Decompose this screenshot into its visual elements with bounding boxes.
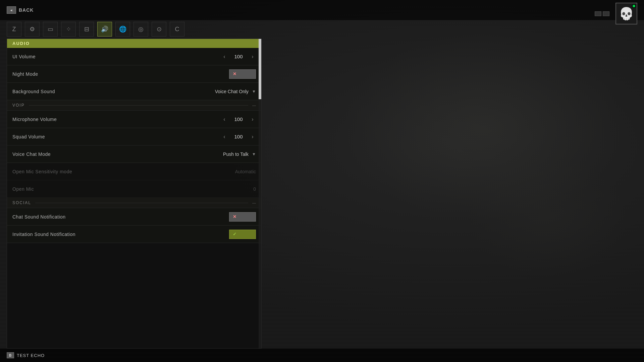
chat-toggle-x-icon: ✕ [233,214,236,219]
grid-icon: ⁘ [66,25,71,33]
top-bar: ◄ BACK [0,0,644,20]
squad-vol-value: 100 [232,134,245,139]
mic-vol-left-arrow[interactable]: ‹ [221,116,228,122]
squad-vol-left-arrow[interactable]: ‹ [221,134,228,140]
status-bar-1 [595,11,601,16]
tab-monitor[interactable]: ⊟ [79,22,94,37]
back-button[interactable]: ◄ BACK [7,6,34,14]
scrollbar-thumb[interactable] [259,39,261,99]
background-sound-row: Background Sound Voice Chat Only ▼ [7,83,261,100]
dropdown-chevron-icon: ▼ [252,89,256,94]
voip-subsection: VOIP — [7,100,261,111]
tab-display2[interactable]: ▭ [43,22,58,37]
microphone-volume-row: Microphone Volume ‹ 100 › [7,111,261,128]
ui-volume-left-arrow[interactable]: ‹ [221,54,228,60]
back-label: BACK [19,7,34,13]
mic-vol-value: 100 [232,116,245,122]
tab-c[interactable]: C [170,22,184,37]
background-sound-dropdown[interactable]: Voice Chat Only ▼ [215,89,256,94]
open-mic-row: Open Mic 0 [7,180,261,198]
profile-avatar[interactable]: 💀 [615,3,637,24]
squad-volume-control[interactable]: ‹ 100 › [202,134,256,140]
voip-label: VOIP [12,103,25,108]
open-mic-label: Open Mic [12,186,202,192]
test-echo-badge: B [7,352,14,358]
ui-volume-value: 100 [232,54,245,59]
profile-area: 💀 [595,3,637,24]
tab-person[interactable]: ⊙ [152,22,166,37]
voice-chat-mode-dropdown[interactable]: Push to Talk ▼ [223,152,256,157]
invitation-sound-control: ✓ [202,230,256,239]
open-mic-sensitivity-label: Open Mic Sensitivity mode [12,169,202,174]
chat-sound-toggle[interactable]: ✕ [229,212,256,222]
ui-volume-right-arrow[interactable]: › [249,54,256,60]
tab-gear[interactable]: ⚙ [25,22,40,37]
test-echo-button[interactable]: B TEST ECHO [7,352,45,358]
ui-volume-control[interactable]: ‹ 100 › [202,54,256,60]
voice-chat-mode-label: Voice Chat Mode [12,152,202,157]
person-icon: ⊙ [157,25,162,33]
tab-globe[interactable]: 🌐 [115,22,130,37]
content-panel: AUDIO UI Volume ‹ 100 › Night Mode ✕ Bac… [7,39,262,349]
audio-section-header: AUDIO [7,39,261,48]
voice-chat-mode-control: Push to Talk ▼ [202,152,256,157]
invitation-sound-row: Invitation Sound Notification ✓ [7,226,261,243]
squad-vol-right-arrow[interactable]: › [249,134,256,140]
chat-sound-control: ✕ [202,212,256,222]
tab-grid[interactable]: ⁘ [61,22,76,37]
open-mic-sensitivity-value: Automatic [235,169,256,174]
voip-divider [29,105,248,106]
monitor-icon: ⊟ [84,25,89,33]
tab-shield[interactable]: ◎ [133,22,148,37]
night-mode-toggle[interactable]: ✕ [229,69,256,79]
night-mode-label: Night Mode [12,71,202,77]
scrollbar-track[interactable] [259,39,261,348]
social-subsection: Social — [7,198,261,208]
microphone-volume-control[interactable]: ‹ 100 › [202,116,256,122]
tab-z[interactable]: Z [7,22,21,37]
night-mode-row: Night Mode ✕ [7,65,261,83]
bottom-bar: B TEST ECHO [0,349,644,362]
c-icon: C [175,26,179,33]
background-sound-label: Background Sound [12,89,202,94]
toggle-x-icon: ✕ [233,71,236,76]
status-bar-2 [603,11,609,16]
open-mic-sensitivity-row: Open Mic Sensitivity mode Automatic [7,163,261,180]
open-mic-sensitivity-value-container: Automatic [202,169,256,174]
back-icon: ◄ [7,6,16,14]
tab-z-icon: Z [12,26,16,33]
invitation-sound-label: Invitation Sound Notification [12,232,202,237]
globe-icon: 🌐 [119,25,126,33]
invitation-toggle-check-icon: ✓ [233,232,236,237]
social-divider [35,203,248,203]
shield-icon: ◎ [138,25,144,33]
gear-icon: ⚙ [30,25,35,33]
background-sound-value: Voice Chat Only [215,89,249,94]
audio-icon: 🔊 [101,25,108,33]
night-mode-control: ✕ [202,69,256,79]
microphone-volume-label: Microphone Volume [12,117,202,122]
ui-volume-label: UI Volume [12,54,202,59]
chat-sound-row: Chat Sound Notification ✕ [7,208,261,226]
social-label: Social [12,200,31,205]
chat-sound-label: Chat Sound Notification [12,214,202,220]
tab-audio[interactable]: 🔊 [97,22,112,37]
ui-volume-row: UI Volume ‹ 100 › [7,48,261,65]
voice-chat-dropdown-chevron-icon: ▼ [252,152,256,157]
squad-volume-row: Squad Volume ‹ 100 › [7,128,261,145]
mic-vol-right-arrow[interactable]: › [249,116,256,122]
voice-chat-mode-value: Push to Talk [223,152,249,157]
open-mic-value-container: 0 [202,186,256,192]
online-indicator [632,4,636,8]
display2-icon: ▭ [48,25,53,33]
status-bars [595,11,609,16]
open-mic-value: 0 [253,186,256,192]
squad-volume-label: Squad Volume [12,134,202,139]
test-echo-label: TEST ECHO [17,353,45,358]
nav-tabs: Z ⚙ ▭ ⁘ ⊟ 🔊 🌐 ◎ ⊙ C [7,22,184,37]
voice-chat-mode-row: Voice Chat Mode Push to Talk ▼ [7,145,261,163]
invitation-sound-toggle[interactable]: ✓ [229,230,256,239]
background-sound-control: Voice Chat Only ▼ [202,89,256,94]
social-line-right: — [252,201,256,205]
voip-line-right: — [252,103,256,107]
